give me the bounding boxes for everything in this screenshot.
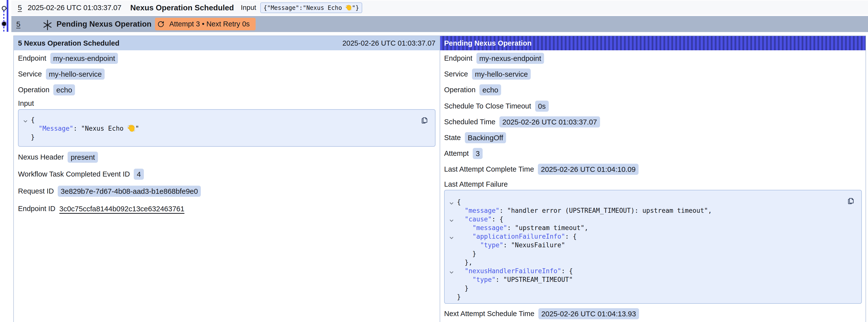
field-value-chip: 3e829b7e-7d67-4b08-aad3-b1e868bfe9e0 [58, 186, 201, 197]
code-line: }, [457, 258, 712, 267]
field-row-request-id: Request ID3e829b7e-7d67-4b08-aad3-b1e868… [18, 186, 201, 197]
field-row-operation: Operationecho [18, 84, 75, 95]
code-line: "applicationFailureInfo": { [457, 232, 712, 241]
field-value-chip: echo [53, 84, 75, 95]
field-row-service: Servicemy-hello-service [444, 68, 531, 79]
field-label: Endpoint [18, 54, 46, 62]
field-value-chip: present [68, 152, 98, 163]
timeline-pending-node-icon[interactable] [2, 22, 6, 26]
timeline-dotted-connector [3, 10, 4, 32]
chevron-down-icon[interactable] [449, 202, 454, 205]
code-line: "type": "NexusFailure" [457, 241, 712, 250]
event-input-preview-chip[interactable]: {"Message":"Nexus Echo "} [260, 2, 362, 13]
timeline-active-bar [7, 0, 8, 32]
field-label: Endpoint ID [18, 205, 56, 213]
timeline-event-node-icon[interactable] [2, 6, 6, 10]
waving-hand-emoji [345, 4, 352, 11]
event-name: Nexus Operation Scheduled [130, 3, 234, 12]
field-value-chip: echo [479, 84, 501, 95]
field-label: Operation [18, 86, 49, 94]
field-label: Service [18, 70, 42, 78]
event-detail-panel: 5 Nexus Operation Scheduled 2025-02-26 U… [13, 35, 866, 322]
field-label: Scheduled Time [444, 118, 495, 126]
field-label: Next Attempt Schedule Time [444, 310, 534, 318]
field-value-chip: 4 [134, 169, 144, 180]
event-details-header-title: 5 Nexus Operation Scheduled [18, 39, 119, 47]
retry-attempt-badge: Attempt 3 • Next Retry 0s [155, 18, 256, 30]
input-label: Input [18, 100, 34, 107]
copy-icon [846, 196, 855, 205]
retry-badge-label: Attempt 3 • Next Retry 0s [169, 20, 250, 28]
field-value-chip: my-hello-service [46, 68, 105, 79]
field-value-chip: 2025-02-26 UTC 01:04:13.93 [538, 308, 639, 319]
pending-row-title: Pending Nexus Operation [57, 20, 152, 29]
field-row-endpoint: Endpointmy-nexus-endpoint [18, 53, 118, 64]
field-value-chip: my-nexus-endpoint [50, 53, 118, 64]
field-row-workflow-task-completed-event-id: Workflow Task Completed Event ID4 [18, 169, 144, 180]
retry-icon [157, 21, 164, 28]
code-line: "message": "upstream timeout", [457, 224, 712, 232]
pending-operation-column: Pending Nexus Operation Endpointmy-nexus… [440, 36, 866, 322]
field-value-chip: 0s [535, 101, 549, 112]
code-line: } [31, 133, 139, 141]
chevron-down-icon[interactable] [449, 271, 454, 274]
field-row-service: Servicemy-hello-service [18, 68, 104, 79]
field-row-nexus-header: Nexus Headerpresent [18, 152, 98, 163]
timeline-node-tick [6, 8, 7, 9]
code-line: "nexusHandlerFailureInfo": { [457, 267, 712, 276]
field-row-next-attempt-schedule-time: Next Attempt Schedule Time 2025-02-26 UT… [444, 308, 639, 319]
waving-hand-emoji [127, 124, 135, 132]
field-label: Nexus Header [18, 153, 64, 161]
field-row-schedule-to-close-timeout: Schedule To Close Timeout0s [444, 101, 549, 112]
field-row-scheduled-time: Scheduled Time2025-02-26 UTC 01:03:37.07 [444, 117, 600, 127]
field-label: Operation [444, 86, 475, 94]
field-label: Request ID [18, 187, 54, 195]
code-line: "type": "UPSTREAM_TIMEOUT" [457, 276, 712, 284]
json-code-text: { "message": "handler error (UPSTREAM_TI… [457, 198, 712, 301]
field-value-chip: my-hello-service [472, 68, 531, 79]
json-code-text: { "Message": "Nexus Echo "} [31, 116, 139, 141]
field-row-endpoint: Endpointmy-nexus-endpoint [444, 53, 544, 64]
last-attempt-failure-json-block: { "message": "handler error (UPSTREAM_TI… [444, 190, 862, 304]
event-input-label: Input [241, 4, 256, 11]
event-timestamp: 2025-02-26 UTC 01:03:37.07 [28, 3, 121, 12]
field-row-last-attempt-complete-time: Last Attempt Complete Time2025-02-26 UTC… [444, 164, 639, 175]
field-label: Attempt [444, 150, 469, 158]
pending-asterisk-icon [43, 20, 52, 30]
event-id-link[interactable]: 5 [18, 3, 22, 12]
copy-button[interactable] [420, 116, 429, 124]
field-value-chip: BackingOff [465, 132, 506, 143]
event-details-header: 5 Nexus Operation Scheduled 2025-02-26 U… [14, 36, 440, 50]
code-line: { [457, 198, 712, 206]
code-line: } [457, 284, 712, 293]
event-details-column: 5 Nexus Operation Scheduled 2025-02-26 U… [14, 36, 440, 322]
field-label: Last Attempt Complete Time [444, 165, 534, 173]
chevron-down-icon[interactable] [23, 120, 28, 123]
copy-button[interactable] [846, 196, 855, 205]
code-line: "Message": "Nexus Echo " [31, 124, 139, 133]
code-line: "cause": { [457, 215, 712, 224]
field-label: State [444, 134, 461, 142]
field-value-chip: my-nexus-endpoint [476, 53, 544, 64]
chevron-down-icon[interactable] [449, 236, 454, 239]
field-row-state: StateBackingOff [444, 132, 506, 143]
code-line: } [457, 250, 712, 258]
field-row-operation: Operationecho [444, 84, 501, 95]
pending-row-id-link[interactable]: 5 [16, 20, 21, 28]
field-value-link[interactable]: 3c0c75ccfa8144b092c13ce632463761 [59, 205, 185, 213]
field-label: Endpoint [444, 54, 472, 62]
pending-operation-header-title: Pending Nexus Operation [444, 39, 532, 47]
input-json-block: { "Message": "Nexus Echo "} [18, 109, 435, 147]
field-label: Workflow Task Completed Event ID [18, 170, 130, 178]
pending-operation-header: Pending Nexus Operation [440, 36, 866, 50]
field-value-chip: 3 [473, 148, 483, 159]
code-line: "message": "handler error (UPSTREAM_TIME… [457, 206, 712, 215]
last-attempt-failure-label: Last Attempt Failure [444, 181, 508, 188]
copy-icon [420, 116, 429, 124]
field-label: Service [444, 70, 468, 78]
event-details-header-time: 2025-02-26 UTC 01:03:37.07 [342, 39, 435, 47]
chevron-down-icon[interactable] [449, 219, 454, 222]
event-row-nexus-operation-scheduled[interactable]: 5 2025-02-26 UTC 01:03:37.07 Nexus Opera… [11, 0, 868, 15]
pending-nexus-operation-row[interactable]: 5 Pending Nexus Operation Attempt 3 • Ne… [11, 16, 868, 32]
code-line: } [457, 293, 712, 301]
